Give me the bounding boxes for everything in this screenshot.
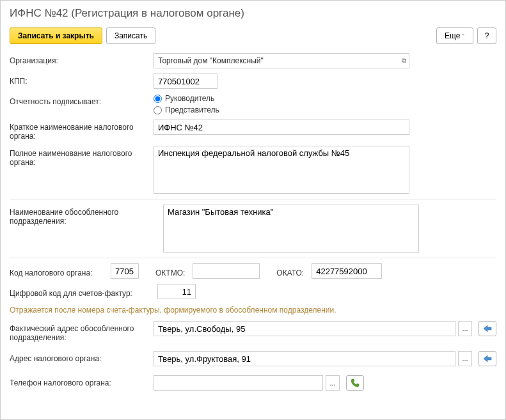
more-button[interactable]: Еще (436, 27, 473, 44)
dial-button[interactable] (346, 375, 364, 391)
window-title: ИФНС №42 (Регистрация в налоговом органе… (1, 1, 505, 25)
signer-radio-group: Руководитель Представитель (154, 94, 219, 114)
tax-phone-label: Телефон налогового органа: (10, 375, 154, 387)
help-button[interactable]: ? (477, 27, 496, 44)
radio-representative-label: Представитель (165, 105, 219, 114)
digital-input[interactable] (157, 284, 196, 299)
short-name-label: Краткое наименование налогового органа: (10, 120, 154, 141)
digital-hint: Отражается после номера счета-фактуры, ф… (10, 304, 496, 321)
dept-name-label: Наименование обособленного подразделения… (10, 205, 163, 226)
org-field[interactable]: Торговый дом "Комплексный" ⧉ (154, 53, 409, 68)
arrow-left-icon (483, 325, 492, 332)
phone-icon (351, 378, 360, 387)
tax-addr-input[interactable] (154, 351, 455, 366)
separator (10, 199, 496, 199)
actual-addr-copy-button[interactable] (478, 321, 496, 336)
radio-manager-input[interactable] (154, 95, 162, 103)
actual-addr-input[interactable] (154, 321, 455, 336)
signer-label: Отчетность подписывает: (10, 94, 154, 106)
form-body: Организация: Торговый дом "Комплексный" … (1, 51, 505, 398)
open-icon[interactable]: ⧉ (402, 57, 406, 65)
actual-addr-select-button[interactable]: ... (458, 321, 472, 336)
save-button[interactable]: Записать (106, 27, 155, 44)
radio-representative-input[interactable] (154, 106, 162, 114)
tax-addr-copy-button[interactable] (478, 351, 496, 366)
separator (10, 258, 496, 258)
digital-label: Цифровой код для счетов-фактур: (10, 286, 154, 298)
okato-input[interactable] (312, 263, 382, 279)
arrow-left-icon (483, 355, 492, 362)
code-input[interactable] (111, 263, 139, 279)
registration-window: ИФНС №42 (Регистрация в налоговом органе… (0, 0, 506, 420)
actual-addr-label: Фактический адрес обособленного подразде… (10, 321, 154, 342)
org-value: Торговый дом "Комплексный" (158, 56, 264, 65)
code-label: Код налогового органа: (10, 265, 107, 277)
okato-label: ОКАТО: (276, 265, 308, 277)
tax-addr-label: Адрес налогового органа: (10, 351, 154, 363)
tax-addr-select-button[interactable]: ... (458, 351, 472, 366)
kpp-label: КПП: (10, 74, 154, 86)
oktmo-label: ОКТМО: (155, 265, 189, 277)
save-and-close-button[interactable]: Записать и закрыть (10, 27, 102, 44)
kpp-input[interactable] (154, 74, 217, 89)
tax-phone-input[interactable] (154, 375, 323, 391)
radio-manager-label: Руководитель (165, 94, 214, 103)
full-name-textarea[interactable]: Инспекция федеральной налоговой службы №… (154, 146, 409, 194)
short-name-input[interactable] (154, 120, 409, 135)
org-label: Организация: (10, 53, 154, 65)
full-name-label: Полное наименование налогового органа: (10, 146, 154, 167)
dept-name-textarea[interactable]: Магазин "Бытовая техника" (163, 205, 419, 253)
radio-manager[interactable]: Руководитель (154, 94, 219, 103)
toolbar: Записать и закрыть Записать Еще ? (1, 25, 505, 51)
tax-phone-select-button[interactable]: ... (326, 375, 340, 391)
radio-representative[interactable]: Представитель (154, 105, 219, 114)
oktmo-input[interactable] (193, 263, 260, 279)
